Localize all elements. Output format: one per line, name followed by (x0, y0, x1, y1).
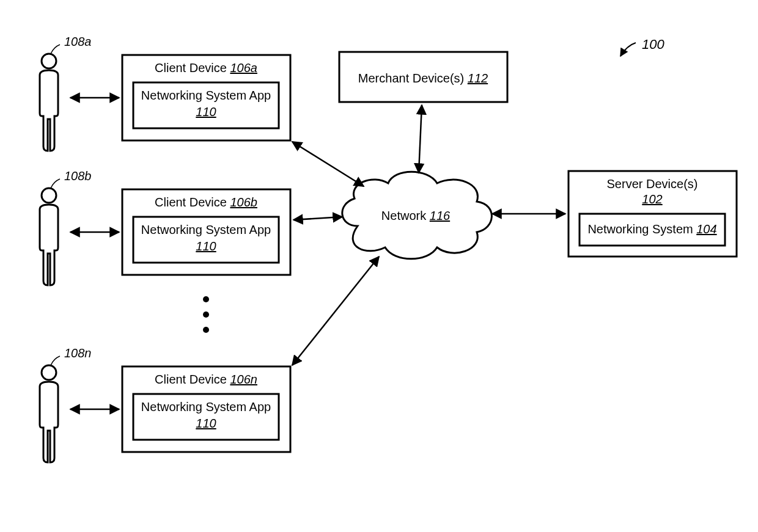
client-a-inner-title: Networking System App (141, 89, 271, 102)
merchant-device: Merchant Device(s) 112 (339, 52, 507, 102)
network-ref: 116 (430, 209, 451, 222)
user-n-ref: 108n (64, 346, 92, 360)
user-b: 108b (40, 169, 92, 285)
svg-point-7 (203, 327, 209, 333)
connector-client-a-network (292, 142, 364, 186)
server-title: Server Device(s) (607, 177, 698, 191)
user-a-ref: 108a (64, 35, 92, 48)
client-n-inner-title: Networking System App (141, 400, 271, 414)
client-a-inner-ref: 110 (196, 105, 216, 118)
server-inner-ref: 104 (696, 222, 716, 236)
network-title: Network 116 (381, 209, 451, 222)
svg-point-2 (42, 365, 56, 380)
client-device-a: Client Device 106a Networking System App… (122, 55, 290, 140)
diagram-canvas: 100 108a 108b 108n Client Device 106a Ne… (0, 0, 758, 532)
client-a-title: Client Device 106a (155, 61, 257, 75)
connector-client-n-network (292, 257, 379, 365)
client-b-inner-ref: 110 (196, 239, 216, 253)
connector-merchant-network (419, 105, 422, 173)
client-device-b: Client Device 106b Networking System App… (122, 189, 290, 275)
diagram-ref-label: 100 (642, 37, 664, 52)
user-n: 108n (40, 346, 92, 462)
diagram-ref-marker: 100 (620, 37, 664, 56)
server-inner-title: Networking System 104 (587, 222, 716, 236)
client-n-ref: 106n (230, 373, 257, 386)
client-b-title: Client Device 106b (155, 195, 257, 209)
client-b-inner-title: Networking System App (141, 223, 271, 236)
ellipsis-icon (203, 296, 209, 333)
client-n-inner-ref: 110 (196, 417, 216, 430)
user-b-ref: 108b (64, 169, 92, 183)
merchant-title: Merchant Device(s) 112 (358, 71, 488, 85)
client-n-title: Client Device 106n (155, 373, 257, 386)
client-b-ref: 106b (230, 195, 257, 209)
client-device-n: Client Device 106n Networking System App… (122, 366, 290, 452)
client-a-ref: 106a (230, 61, 257, 75)
server-ref: 102 (642, 192, 662, 206)
svg-point-0 (42, 54, 56, 68)
network-cloud: Network 116 (342, 172, 492, 259)
svg-point-1 (42, 188, 56, 203)
merchant-ref: 112 (468, 71, 488, 85)
server-device: Server Device(s) 102 Networking System 1… (568, 171, 737, 257)
svg-point-5 (203, 296, 209, 302)
user-a: 108a (40, 35, 92, 151)
svg-point-6 (203, 312, 209, 318)
connector-client-b-network (293, 217, 342, 220)
